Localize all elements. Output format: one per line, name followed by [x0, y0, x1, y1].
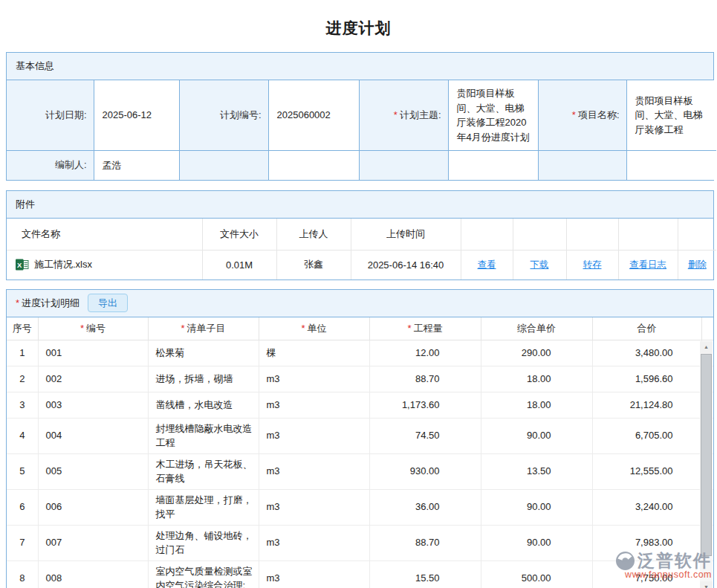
total-cell: 1,596.60 [592, 366, 701, 392]
qty-cell: 1,173.60 [369, 392, 481, 419]
plan-date-value: 2025-06-12 [94, 80, 179, 151]
col-seq: 序号 [7, 317, 38, 340]
required-marker: * [181, 323, 184, 334]
qty-cell: 36.00 [369, 490, 481, 526]
col-unit-price: 综合单价 [481, 317, 592, 340]
file-name-cell: X 施工情况.xlsx [7, 251, 202, 280]
basic-info-panel: 基本信息 计划日期: 2025-06-12 计划编号: 2025060002 *… [6, 52, 714, 181]
basic-info-header: 基本信息 [7, 53, 713, 80]
price-cell: 290.00 [481, 340, 592, 366]
seq-cell: 8 [7, 561, 38, 588]
col-action [678, 219, 716, 251]
item-cell: 室内空气质量检测或室内空气污染综合治理; [148, 561, 259, 588]
col-file-name: 文件名称 [7, 219, 202, 251]
detail-row: 1 001 松果菊 棵 12.00 290.00 3,480.00 [7, 340, 714, 366]
page-title: 进度计划 [0, 0, 717, 52]
view-link[interactable]: 查看 [478, 259, 496, 270]
price-cell: 18.00 [481, 392, 592, 419]
download-link[interactable]: 下载 [531, 259, 549, 270]
code-cell: 005 [38, 454, 148, 490]
item-cell: 凿线槽，水电改造 [148, 392, 259, 419]
total-cell: 6,705.00 [592, 419, 701, 454]
col-total: 合价 [592, 317, 701, 340]
author-value: 孟浩 [94, 151, 179, 180]
empty-value-cell [448, 151, 538, 180]
price-cell: 500.00 [481, 561, 592, 588]
seq-cell: 2 [7, 366, 38, 392]
col-uploader: 上传人 [276, 219, 351, 251]
qty-cell: 15.50 [369, 561, 481, 588]
qty-cell: 930.00 [369, 454, 481, 490]
required-marker: * [394, 109, 398, 120]
attachments-header: 附件 [7, 191, 713, 219]
upload-time: 2025-06-14 16:40 [351, 251, 461, 280]
unit-cell: m3 [259, 419, 369, 454]
qty-cell: 88.70 [369, 526, 481, 561]
price-cell: 90.00 [481, 490, 592, 526]
unit-cell: m3 [259, 561, 369, 588]
seq-cell: 3 [7, 392, 38, 419]
detail-row: 2 002 进场，拆墙，砌墙 m3 88.70 18.00 1,596.60 [7, 366, 714, 392]
col-file-size: 文件大小 [202, 219, 276, 251]
author-label: 编制人: [7, 151, 94, 180]
total-cell: 21,124.80 [592, 392, 701, 419]
total-cell: 7,750.00 [592, 561, 701, 588]
scrollbar-thumb[interactable] [701, 354, 712, 556]
unit-cell: m3 [259, 392, 369, 419]
detail-row: 5 005 木工进场，吊天花板、石膏线 m3 930.00 13.50 12,5… [7, 454, 714, 490]
col-unit: *单位 [259, 317, 369, 340]
empty-label-cell [179, 151, 268, 180]
col-item: *清单子目 [148, 317, 259, 340]
detail-table: 序号 *编号 *清单子目 *单位 *工程量 综合单价 合价 1 001 松果菊 … [7, 317, 714, 588]
file-size: 0.01M [202, 251, 276, 280]
delete-link[interactable]: 删除 [688, 259, 707, 270]
seq-cell: 5 [7, 454, 38, 490]
total-cell: 3,480.00 [592, 340, 701, 366]
scrollbar-spacer [701, 317, 714, 340]
price-cell: 18.00 [481, 366, 592, 392]
qty-cell: 88.70 [369, 366, 481, 392]
detail-header-bar: * 进度计划明细 导出 [7, 290, 713, 317]
file-name: 施工情况.xlsx [34, 258, 92, 271]
vertical-scrollbar[interactable]: ▲ ▼ [700, 341, 713, 588]
unit-cell: m3 [259, 490, 369, 526]
unit-cell: m3 [259, 366, 369, 392]
page: 进度计划 基本信息 计划日期: 2025-06-12 计划编号: 2025060… [0, 0, 717, 588]
attachments-header-row: 文件名称 文件大小 上传人 上传时间 [7, 219, 716, 251]
project-name-label: *项目名称: [538, 80, 626, 151]
total-cell: 3,240.00 [592, 490, 701, 526]
item-cell: 木工进场，吊天花板、石膏线 [148, 454, 259, 490]
col-action [618, 219, 678, 251]
plan-no-label: 计划编号: [179, 80, 268, 151]
required-marker: * [80, 323, 84, 334]
svg-text:X: X [17, 261, 22, 269]
attachments-table: 文件名称 文件大小 上传人 上传时间 X [7, 219, 716, 280]
detail-header-row: 序号 *编号 *清单子目 *单位 *工程量 综合单价 合价 [7, 317, 714, 340]
plan-date-label: 计划日期: [7, 80, 94, 151]
seq-cell: 1 [7, 340, 38, 366]
detail-row: 3 003 凿线槽，水电改造 m3 1,173.60 18.00 21,124.… [7, 392, 714, 419]
col-action [566, 219, 618, 251]
scroll-down-arrow-icon[interactable]: ▼ [700, 581, 713, 588]
total-cell: 7,983.00 [592, 526, 701, 561]
required-marker: * [407, 323, 411, 334]
unit-cell: 棵 [259, 340, 369, 366]
scroll-up-arrow-icon[interactable]: ▲ [700, 341, 713, 353]
view-log-link[interactable]: 查看日志 [629, 259, 666, 270]
item-cell: 处理边角、铺设地砖，过门石 [148, 526, 259, 561]
seq-cell: 4 [7, 419, 38, 454]
export-button[interactable]: 导出 [88, 294, 128, 312]
transfer-link[interactable]: 转存 [583, 259, 602, 270]
code-cell: 008 [38, 561, 148, 588]
unit-cell: m3 [259, 526, 369, 561]
plan-subject-value: 贵阳项目样板间、大堂、电梯厅装修工程2020年4月份进度计划 [448, 80, 538, 151]
code-cell: 007 [38, 526, 148, 561]
detail-row: 4 004 封埋线槽隐蔽水电改造工程 m3 74.50 90.00 6,705.… [7, 419, 714, 454]
seq-cell: 7 [7, 526, 38, 561]
code-cell: 004 [38, 419, 148, 454]
empty-label-cell [359, 151, 448, 180]
plan-no-value: 2025060002 [268, 80, 359, 151]
total-cell: 12,555.00 [592, 454, 701, 490]
basic-info-table: 计划日期: 2025-06-12 计划编号: 2025060002 *计划主题:… [7, 80, 716, 180]
col-action [513, 219, 566, 251]
